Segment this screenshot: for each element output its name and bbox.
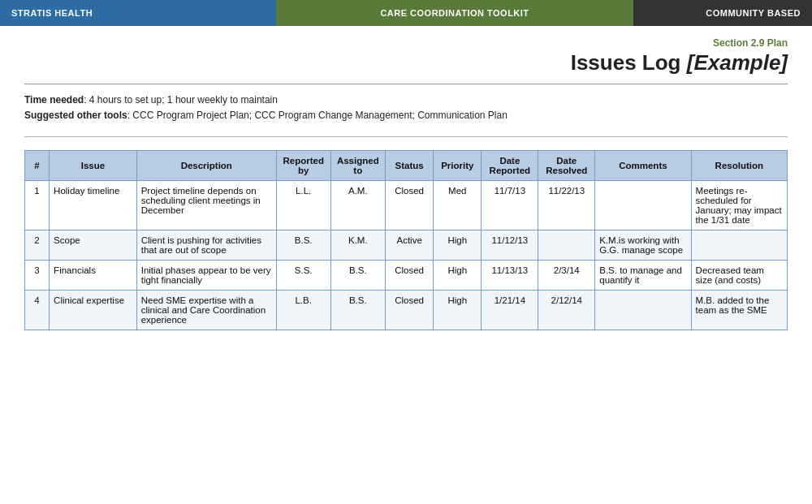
col-header-reported-by: Reported by [276,151,330,181]
table-cell: K.M. [330,230,386,261]
time-needed-label: Time needed [24,94,84,106]
table-row: 3FinancialsInitial phases appear to be v… [25,261,788,291]
info-block: Time needed: 4 hours to set up; 1 hour w… [24,93,788,123]
table-cell: 2/12/14 [538,291,595,330]
table-cell: 11/7/13 [482,181,538,230]
table-row: 2ScopeClient is pushing for activities t… [25,230,788,261]
table-cell: Closed [386,261,434,291]
table-cell: B.S. to manage and quantify it [595,261,691,291]
table-header-row: # Issue Description Reported by Assigned… [25,151,788,181]
main-content: Section 2.9 Plan Issues Log [Example] Ti… [0,26,812,355]
table-cell [538,230,595,261]
suggested-tools-line: Suggested other tools: CCC Program Proje… [24,108,788,123]
stratis-health-label: STRATIS HEALTH [11,8,93,18]
title-divider [24,84,788,84]
table-cell: Initial phases appear to be very tight f… [136,261,276,291]
table-cell: Active [386,230,434,261]
table-cell: M.B. added to the team as the SME [691,291,787,330]
table-cell: 1/21/14 [482,291,538,330]
table-cell: High [434,261,482,291]
content-divider [24,136,788,137]
issues-table: # Issue Description Reported by Assigned… [24,150,788,330]
table-cell [691,230,787,261]
table-cell: Scope [50,230,137,261]
table-cell: B.S. [330,261,386,291]
header-bar: STRATIS HEALTH CARE COORDINATION TOOLKIT… [0,0,812,26]
table-cell: B.S. [276,230,330,261]
table-cell: S.S. [276,261,330,291]
table-cell: 1 [25,181,50,230]
table-cell: High [434,230,482,261]
table-cell [595,291,691,330]
table-cell: High [434,291,482,330]
col-header-issue: Issue [50,151,137,181]
table-cell: 11/13/13 [482,261,538,291]
table-cell: 11/22/13 [538,181,595,230]
table-cell: L.L. [276,181,330,230]
page-title: Issues Log [Example] [24,50,788,75]
table-row: 1Holiday timelineProject timeline depend… [25,181,788,230]
table-cell: K.M.is working with G.G. manage scope [595,230,691,261]
col-header-resolution: Resolution [691,151,787,181]
table-cell: B.S. [330,291,386,330]
header-toolkit: CARE COORDINATION TOOLKIT [276,0,633,26]
col-header-assigned-to: Assigned to [330,151,386,181]
table-row: 4Clinical expertiseNeed SME expertise wi… [25,291,788,330]
table-cell: 2 [25,230,50,261]
table-cell: Holiday timeline [50,181,137,230]
table-cell: L.B. [276,291,330,330]
col-header-date-resolved: Date Resolved [538,151,595,181]
col-header-priority: Priority [434,151,482,181]
table-cell: Decreased team size (and costs) [691,261,787,291]
section-label: Section 2.9 Plan [24,37,788,49]
table-cell: Closed [386,181,434,230]
table-cell: 2/3/14 [538,261,595,291]
table-cell: Need SME expertise with a clinical and C… [136,291,276,330]
table-cell: 11/12/13 [482,230,538,261]
table-cell: Meetings re-scheduled for January; may i… [691,181,787,230]
table-cell: Financials [50,261,137,291]
table-cell: Closed [386,291,434,330]
table-cell: 4 [25,291,50,330]
col-header-date-reported: Date Reported [482,151,538,181]
table-cell: Med [434,181,482,230]
table-cell: 3 [25,261,50,291]
suggested-value: : CCC Program Project Plan; CCC Program … [127,110,508,121]
col-header-comments: Comments [595,151,691,181]
community-label: COMMUNITY BASED [706,8,801,18]
col-header-description: Description [136,151,276,181]
page-title-italic: [Example] [687,50,788,75]
table-cell [595,181,691,230]
col-header-num: # [25,151,50,181]
time-needed-value: : 4 hours to set up; 1 hour weekly to ma… [84,94,278,106]
table-cell: Clinical expertise [50,291,137,330]
table-cell: Client is pushing for activities that ar… [136,230,276,261]
suggested-label: Suggested other tools [24,110,127,121]
header-stratis: STRATIS HEALTH [0,0,276,26]
table-cell: Project timeline depends on scheduling c… [136,181,276,230]
time-needed-line: Time needed: 4 hours to set up; 1 hour w… [24,93,788,108]
col-header-status: Status [386,151,434,181]
table-cell: A.M. [330,181,386,230]
toolkit-label: CARE COORDINATION TOOLKIT [380,8,529,18]
page-title-normal: Issues Log [571,50,687,75]
header-community: COMMUNITY BASED [633,0,812,26]
